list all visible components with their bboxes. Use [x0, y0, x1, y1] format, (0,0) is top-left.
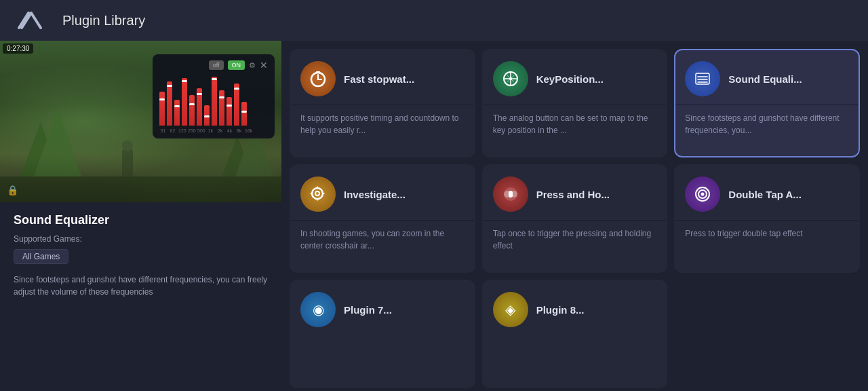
plugin-card-top: ◉ Plugin 7...: [291, 281, 474, 335]
plugin-card-top: Sound Equali...: [675, 50, 859, 105]
eq-bar-6: [197, 88, 202, 126]
plugin-card-top: Double Tap A...: [675, 166, 859, 220]
plugin-card-press-hold[interactable]: Press and Ho... Tap once to trigger the …: [482, 164, 668, 273]
plugin-card-fast-stopwatch[interactable]: Fast stopwat... It supports positive tim…: [290, 49, 475, 157]
eq-freq-labels: 31 62 125 250 500 1k 2k 4k 8k 16k: [159, 128, 268, 133]
eq-close-icon[interactable]: ✕: [260, 60, 268, 71]
eq-bar-8: [212, 77, 217, 126]
plugin-card-top: Fast stopwat...: [291, 50, 474, 105]
plugin-card-desc: Since footsteps and gunshot have differe…: [675, 105, 859, 156]
eq-overlay-panel: off ON ⚙ ✕: [153, 54, 275, 138]
game-scene-bg: off ON ⚙ ✕: [0, 41, 281, 202]
header: Plugin Library: [0, 0, 868, 41]
plugin-icon-bottom2: ◈: [493, 292, 528, 327]
plugin-icon-press-hold: [493, 176, 528, 212]
eq-off-btn[interactable]: off: [209, 60, 224, 70]
plugin-card-top: Press and Ho...: [484, 166, 667, 220]
plugin-card-top: ◈ Plugin 8...: [484, 281, 667, 335]
plugin-icon-fast-stopwatch: [300, 61, 336, 96]
sidebar-info: Sound Equalizer Supported Games: All Gam…: [0, 202, 281, 391]
eq-bar-7: [204, 105, 210, 126]
eq-bar-1: [159, 92, 165, 126]
sidebar-description: Since footsteps and gunshot have differe…: [14, 274, 268, 298]
plugin-card-name: Plugin 7...: [344, 304, 392, 316]
eq-bar-3: [174, 100, 180, 126]
lock-icon: 🔒: [7, 185, 18, 196]
eq-bars: [159, 75, 268, 126]
main-layout: off ON ⚙ ✕: [0, 41, 868, 391]
plugin-card-name: KeyPosition...: [536, 73, 604, 85]
plugin-card-double-tap[interactable]: Double Tap A... Press to trigger double …: [674, 164, 860, 273]
supported-games-label: Supported Games:: [14, 234, 268, 244]
plugin-icon-bottom1: ◉: [300, 292, 336, 327]
eq-settings-icon[interactable]: ⚙: [249, 61, 256, 70]
eq-bar-5: [189, 95, 195, 126]
svg-point-20: [315, 191, 319, 196]
plugin-card-sound-equalizer[interactable]: Sound Equali... Since footsteps and guns…: [674, 49, 860, 157]
plugin-card-bottom2[interactable]: ◈ Plugin 8...: [482, 280, 668, 388]
plugin-icon-key-position: [493, 61, 528, 96]
svg-rect-4: [0, 176, 281, 202]
plugin-card-desc: It supports positive timing and countdow…: [291, 105, 474, 156]
eq-on-btn[interactable]: ON: [228, 60, 245, 70]
plugin-card-name: Sound Equali...: [728, 73, 802, 85]
eq-bar-2: [167, 81, 172, 126]
sidebar-plugin-name: Sound Equalizer: [14, 213, 268, 227]
eq-bar-10: [226, 97, 232, 126]
plugin-card-top: Investigate...: [291, 166, 474, 220]
plugin-card-name: Press and Ho...: [536, 189, 610, 200]
plugin-card-name: Double Tap A...: [728, 189, 802, 200]
games-tag[interactable]: All Games: [14, 249, 68, 264]
plugin-card-investigate[interactable]: Investigate... In shooting games, you ca…: [290, 164, 475, 273]
preview-panel: off ON ⚙ ✕: [0, 41, 281, 202]
svg-point-31: [701, 193, 705, 196]
page-title: Plugin Library: [62, 13, 145, 29]
plugin-card-desc: In shooting games, you can zoom in the c…: [291, 221, 474, 272]
eq-bar-12: [241, 102, 247, 126]
eq-bar-4: [182, 78, 187, 126]
plugin-card-name: Investigate...: [344, 189, 406, 200]
plugin-card-top: KeyPosition...: [484, 50, 667, 105]
plugin-card-bottom1[interactable]: ◉ Plugin 7...: [290, 280, 475, 388]
timer-display: 0:27:30: [3, 43, 33, 54]
plugin-icon-double-tap: [685, 176, 720, 212]
plugin-card-name: Fast stopwat...: [344, 73, 414, 85]
svg-point-19: [312, 188, 323, 199]
plugin-icon-sound-equalizer: [685, 61, 720, 96]
plugin-icon-investigate: [300, 176, 336, 212]
plugin-grid: Fast stopwat... It supports positive tim…: [281, 41, 868, 391]
eq-bar-11: [234, 83, 239, 126]
plugin-card-desc: Press to trigger double tap effect: [675, 221, 859, 272]
logo: [16, 7, 49, 34]
eq-bar-9: [219, 90, 224, 126]
svg-rect-8: [316, 71, 320, 73]
svg-rect-28: [509, 191, 513, 198]
plugin-card-name: Plugin 8...: [536, 304, 585, 316]
svg-point-6: [122, 141, 133, 151]
plugin-card-desc: The analog button can be set to map to t…: [484, 105, 667, 156]
plugin-card-key-position[interactable]: KeyPosition... The analog button can be …: [482, 49, 668, 157]
svg-point-14: [509, 77, 512, 80]
svg-rect-5: [122, 149, 133, 176]
plugin-card-desc: Tap once to trigger the pressing and hol…: [484, 221, 667, 272]
sidebar: off ON ⚙ ✕: [0, 41, 281, 391]
